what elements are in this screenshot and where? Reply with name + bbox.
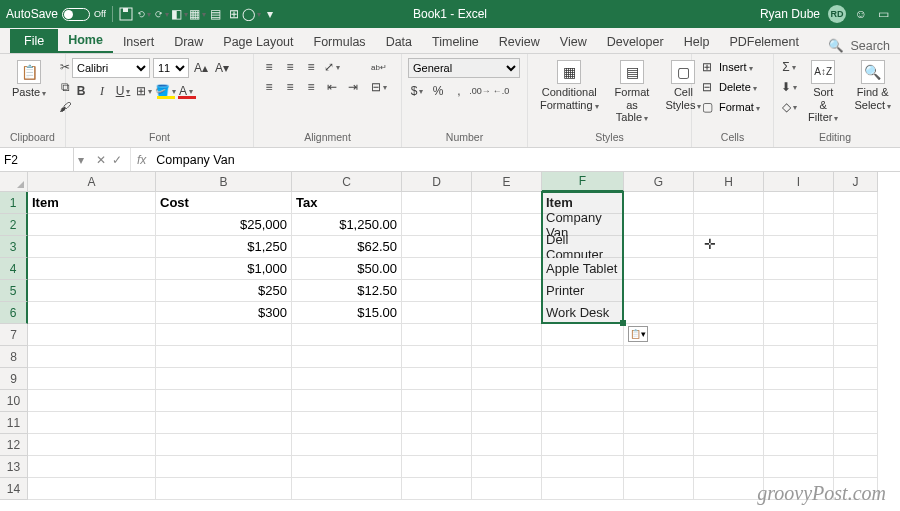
cell-H13[interactable]	[694, 456, 764, 478]
cell-J3[interactable]	[834, 236, 878, 258]
cell-A2[interactable]	[28, 214, 156, 236]
cell-H14[interactable]	[694, 478, 764, 500]
cell-B2[interactable]: $25,000	[156, 214, 292, 236]
underline-button[interactable]: U	[114, 82, 132, 100]
col-header-B[interactable]: B	[156, 172, 292, 192]
tab-insert[interactable]: Insert	[113, 30, 164, 53]
tab-data[interactable]: Data	[376, 30, 422, 53]
tab-timeline[interactable]: Timeline	[422, 30, 489, 53]
cell-B8[interactable]	[156, 346, 292, 368]
select-all-corner[interactable]	[0, 172, 28, 192]
row-header-4[interactable]: 4	[0, 258, 28, 280]
cell-H12[interactable]	[694, 434, 764, 456]
col-header-F[interactable]: F	[542, 172, 624, 192]
cell-H11[interactable]	[694, 412, 764, 434]
cell-E6[interactable]	[472, 302, 542, 324]
cell-E5[interactable]	[472, 280, 542, 302]
align-right-icon[interactable]: ≡	[302, 78, 320, 96]
row-header-12[interactable]: 12	[0, 434, 28, 456]
undo-icon[interactable]	[137, 7, 151, 21]
cell-F14[interactable]	[542, 478, 624, 500]
row-header-10[interactable]: 10	[0, 390, 28, 412]
col-header-D[interactable]: D	[402, 172, 472, 192]
cell-J6[interactable]	[834, 302, 878, 324]
tab-home[interactable]: Home	[58, 28, 113, 53]
cell-A14[interactable]	[28, 478, 156, 500]
cell-D8[interactable]	[402, 346, 472, 368]
cell-E10[interactable]	[472, 390, 542, 412]
cell-G1[interactable]	[624, 192, 694, 214]
cell-H9[interactable]	[694, 368, 764, 390]
insert-cells-button[interactable]: ⊞Insert	[698, 58, 753, 76]
cell-A5[interactable]	[28, 280, 156, 302]
row-header-2[interactable]: 2	[0, 214, 28, 236]
qat-icon-1[interactable]: ◧	[173, 7, 187, 21]
cell-I9[interactable]	[764, 368, 834, 390]
cell-G14[interactable]	[624, 478, 694, 500]
cell-I6[interactable]	[764, 302, 834, 324]
cell-I12[interactable]	[764, 434, 834, 456]
cell-B7[interactable]	[156, 324, 292, 346]
tab-file[interactable]: File	[10, 29, 58, 53]
cell-C5[interactable]: $12.50	[292, 280, 402, 302]
cell-B12[interactable]	[156, 434, 292, 456]
cell-I1[interactable]	[764, 192, 834, 214]
cell-J10[interactable]	[834, 390, 878, 412]
cell-E9[interactable]	[472, 368, 542, 390]
cell-D4[interactable]	[402, 258, 472, 280]
cell-A13[interactable]	[28, 456, 156, 478]
cell-D11[interactable]	[402, 412, 472, 434]
cell-F10[interactable]	[542, 390, 624, 412]
qat-icon-2[interactable]: ▦	[191, 7, 205, 21]
cell-A4[interactable]	[28, 258, 156, 280]
cell-D6[interactable]	[402, 302, 472, 324]
cell-C14[interactable]	[292, 478, 402, 500]
col-header-E[interactable]: E	[472, 172, 542, 192]
cell-J14[interactable]	[834, 478, 878, 500]
cell-E3[interactable]	[472, 236, 542, 258]
tab-pdfelement[interactable]: PDFelement	[719, 30, 808, 53]
cell-G13[interactable]	[624, 456, 694, 478]
cell-B4[interactable]: $1,000	[156, 258, 292, 280]
cell-C6[interactable]: $15.00	[292, 302, 402, 324]
cell-B1[interactable]: Cost	[156, 192, 292, 214]
cell-E12[interactable]	[472, 434, 542, 456]
cell-A8[interactable]	[28, 346, 156, 368]
window-icon[interactable]: ▭	[876, 7, 890, 21]
cell-J2[interactable]	[834, 214, 878, 236]
border-button[interactable]: ⊞	[135, 82, 153, 100]
delete-cells-button[interactable]: ⊟Delete	[698, 78, 757, 96]
search-label[interactable]: Search	[850, 39, 890, 53]
cell-I11[interactable]	[764, 412, 834, 434]
row-header-7[interactable]: 7	[0, 324, 28, 346]
indent-decrease-icon[interactable]: ⇤	[323, 78, 341, 96]
format-cells-button[interactable]: ▢Format	[698, 98, 760, 116]
autosave-toggle[interactable]: AutoSave Off	[6, 7, 106, 21]
row-header-13[interactable]: 13	[0, 456, 28, 478]
cell-G3[interactable]	[624, 236, 694, 258]
cell-I13[interactable]	[764, 456, 834, 478]
cell-I14[interactable]	[764, 478, 834, 500]
cell-E8[interactable]	[472, 346, 542, 368]
cell-C7[interactable]	[292, 324, 402, 346]
decrease-decimal-icon[interactable]: ←.0	[492, 82, 510, 100]
cell-C8[interactable]	[292, 346, 402, 368]
cell-J1[interactable]	[834, 192, 878, 214]
italic-button[interactable]: I	[93, 82, 111, 100]
cell-G9[interactable]	[624, 368, 694, 390]
cell-E7[interactable]	[472, 324, 542, 346]
cell-J13[interactable]	[834, 456, 878, 478]
wrap-text-icon[interactable]: ab↵	[370, 58, 388, 76]
cell-J8[interactable]	[834, 346, 878, 368]
currency-icon[interactable]: $	[408, 82, 426, 100]
worksheet[interactable]: ABCDEFGHIJ 1ItemCostTaxItem2$25,000$1,25…	[0, 172, 900, 500]
format-as-table-button[interactable]: ▤ Format as Table	[609, 58, 656, 126]
cell-I5[interactable]	[764, 280, 834, 302]
cell-D9[interactable]	[402, 368, 472, 390]
col-header-G[interactable]: G	[624, 172, 694, 192]
indent-increase-icon[interactable]: ⇥	[344, 78, 362, 96]
enter-formula-icon[interactable]: ✓	[112, 153, 122, 167]
increase-decimal-icon[interactable]: .00→	[471, 82, 489, 100]
cell-H6[interactable]	[694, 302, 764, 324]
cell-D10[interactable]	[402, 390, 472, 412]
